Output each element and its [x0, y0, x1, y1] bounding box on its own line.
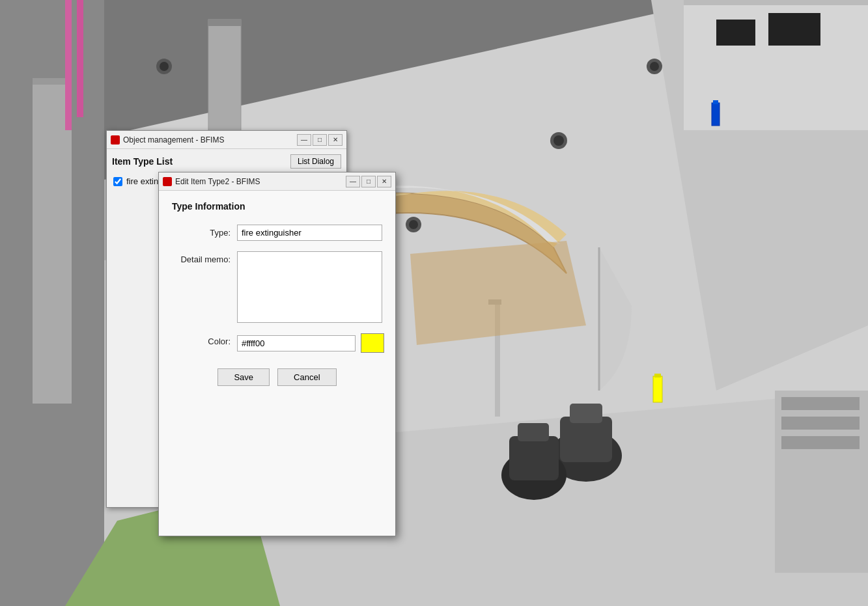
- svg-point-30: [409, 220, 418, 229]
- obj-mgmt-controls: — □ ✕: [297, 134, 343, 146]
- item-type-title: Item Type List: [112, 156, 173, 167]
- button-row: Save Cancel: [172, 368, 382, 386]
- svg-rect-19: [509, 436, 559, 480]
- svg-rect-33: [65, 0, 72, 130]
- detail-memo-textarea[interactable]: [237, 251, 382, 323]
- edit-bfims-icon: [163, 177, 172, 186]
- svg-rect-9: [208, 20, 241, 26]
- obj-mgmt-minimize-btn[interactable]: —: [297, 134, 311, 146]
- save-button[interactable]: Save: [217, 368, 270, 386]
- svg-rect-20: [518, 423, 549, 441]
- type-input[interactable]: [237, 225, 382, 241]
- type-row: Type:: [172, 225, 382, 241]
- svg-rect-12: [684, 0, 868, 5]
- type-label: Type:: [172, 225, 231, 238]
- edit-maximize-btn[interactable]: □: [361, 176, 376, 187]
- edit-titlebar: Edit Item Type2 - BFIMS — □ ✕: [159, 172, 395, 191]
- edit-content: Type Information Type: Detail memo: Colo…: [159, 191, 395, 536]
- edit-minimize-btn[interactable]: —: [346, 176, 360, 187]
- edit-title-text: Edit Item Type2 - BFIMS: [175, 177, 260, 186]
- obj-mgmt-title-left: Object management - BFIMS: [111, 135, 224, 145]
- svg-rect-22: [654, 374, 661, 378]
- obj-mgmt-title-text: Object management - BFIMS: [123, 135, 224, 145]
- list-dialog-button[interactable]: List Dialog: [290, 154, 341, 169]
- svg-rect-21: [653, 376, 662, 402]
- item-checkbox-fire-extinguisher[interactable]: [113, 177, 122, 186]
- edit-controls: — □ ✕: [346, 176, 391, 187]
- svg-rect-38: [781, 417, 860, 430]
- svg-rect-37: [781, 397, 860, 410]
- svg-point-32: [650, 62, 659, 71]
- obj-mgmt-close-btn[interactable]: ✕: [328, 134, 343, 146]
- detail-memo-row: Detail memo:: [172, 251, 382, 323]
- color-input[interactable]: [237, 335, 356, 351]
- svg-rect-39: [781, 436, 860, 449]
- edit-title-left: Edit Item Type2 - BFIMS: [163, 177, 260, 186]
- edit-close-btn[interactable]: ✕: [377, 176, 391, 187]
- obj-mgmt-maximize-btn[interactable]: □: [313, 134, 327, 146]
- color-input-group: [237, 333, 384, 353]
- svg-rect-23: [712, 103, 720, 126]
- svg-rect-14: [768, 13, 820, 46]
- svg-rect-16: [560, 417, 612, 462]
- svg-rect-24: [713, 100, 718, 104]
- detail-memo-label: Detail memo:: [172, 251, 231, 264]
- bfims-icon: [111, 135, 120, 145]
- item-type-header: Item Type List List Dialog: [112, 154, 341, 169]
- svg-rect-17: [570, 404, 602, 423]
- svg-rect-34: [77, 0, 83, 117]
- type-information-title: Type Information: [172, 201, 382, 212]
- edit-item-type-window: Edit Item Type2 - BFIMS — □ ✕ Type Infor…: [158, 172, 396, 536]
- cancel-button[interactable]: Cancel: [277, 368, 336, 386]
- color-label: Color:: [172, 333, 231, 346]
- svg-point-26: [160, 62, 169, 71]
- color-swatch[interactable]: [361, 333, 384, 353]
- svg-point-28: [553, 135, 564, 146]
- obj-mgmt-titlebar: Object management - BFIMS — □ ✕: [107, 131, 346, 149]
- svg-rect-13: [716, 20, 755, 46]
- color-row: Color:: [172, 333, 382, 353]
